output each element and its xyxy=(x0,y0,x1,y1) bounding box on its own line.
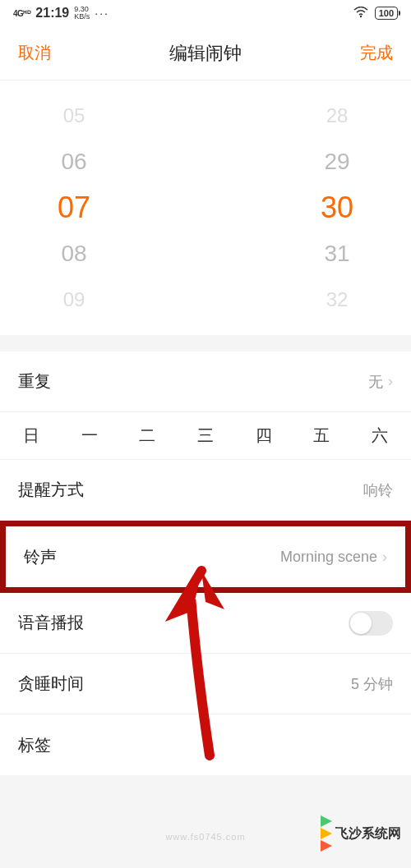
settings-panel: 重复 无› 日 一 二 三 四 五 六 提醒方式 响铃 铃声 Morning s… xyxy=(0,351,411,775)
tag-label: 标签 xyxy=(18,734,51,756)
ringtone-label: 铃声 xyxy=(24,546,57,568)
hour-option[interactable]: 05 xyxy=(41,104,107,127)
battery-indicator: 100 xyxy=(375,7,398,20)
hour-selected[interactable]: 07 xyxy=(41,191,107,225)
reminder-row[interactable]: 提醒方式 响铃 xyxy=(0,460,411,521)
watermark-url: www.fs0745.com xyxy=(165,832,245,842)
ringtone-value: Morning scene xyxy=(280,549,377,566)
hour-option[interactable]: 08 xyxy=(41,241,107,267)
snooze-value: 5 分钟 xyxy=(351,674,393,694)
voice-toggle[interactable] xyxy=(349,611,393,636)
minute-option[interactable]: 29 xyxy=(304,149,370,175)
svg-point-0 xyxy=(359,15,361,16)
status-time: 21:19 xyxy=(35,6,69,21)
status-bar: 4Gᴴᴰ 21:19 9.30KB/s ··· 100 xyxy=(0,0,411,26)
repeat-label: 重复 xyxy=(18,370,51,393)
snooze-label: 贪睡时间 xyxy=(18,673,84,695)
day-sat[interactable]: 六 xyxy=(367,425,393,447)
day-tue[interactable]: 二 xyxy=(134,425,160,447)
minute-option[interactable]: 28 xyxy=(304,104,370,127)
done-button[interactable]: 完成 xyxy=(360,42,393,64)
minute-option[interactable]: 31 xyxy=(304,241,370,267)
ringtone-row[interactable]: 铃声 Morning scene› xyxy=(6,526,405,587)
repeat-row[interactable]: 重复 无› xyxy=(0,351,411,412)
hour-option[interactable]: 09 xyxy=(41,288,107,311)
voice-row[interactable]: 语音播报 xyxy=(0,593,411,654)
repeat-value: 无 xyxy=(368,372,383,392)
reminder-label: 提醒方式 xyxy=(18,479,84,501)
chevron-right-icon: › xyxy=(388,373,393,390)
annotation-highlight: 铃声 Morning scene› xyxy=(0,521,411,593)
day-thu[interactable]: 四 xyxy=(251,425,277,447)
more-icon: ··· xyxy=(95,7,109,20)
minute-selected[interactable]: 30 xyxy=(304,191,370,225)
days-row: 日 一 二 三 四 五 六 xyxy=(0,412,411,460)
network-indicator: 4Gᴴᴰ xyxy=(13,9,30,18)
time-picker[interactable]: 0528 0629 0730 0831 0932 xyxy=(0,80,411,335)
snooze-row[interactable]: 贪睡时间 5 分钟 xyxy=(0,654,411,714)
tag-row[interactable]: 标签 xyxy=(0,714,411,775)
cancel-button[interactable]: 取消 xyxy=(18,42,51,64)
reminder-value: 响铃 xyxy=(363,480,393,500)
page-title: 编辑闹钟 xyxy=(169,41,242,66)
watermark-logo: 飞沙系统网 xyxy=(321,815,401,852)
minute-option[interactable]: 32 xyxy=(304,288,370,311)
day-fri[interactable]: 五 xyxy=(308,425,335,447)
day-sun[interactable]: 日 xyxy=(18,425,44,447)
chevron-right-icon: › xyxy=(382,549,387,566)
day-wed[interactable]: 三 xyxy=(192,425,219,447)
voice-label: 语音播报 xyxy=(18,612,84,634)
wifi-icon xyxy=(353,7,368,21)
nav-bar: 取消 编辑闹钟 完成 xyxy=(0,26,411,80)
hour-option[interactable]: 06 xyxy=(41,149,107,175)
logo-icon xyxy=(321,815,332,852)
day-mon[interactable]: 一 xyxy=(76,425,103,447)
watermark-site: 飞沙系统网 xyxy=(335,825,401,843)
data-rate: 9.30KB/s xyxy=(74,6,90,21)
